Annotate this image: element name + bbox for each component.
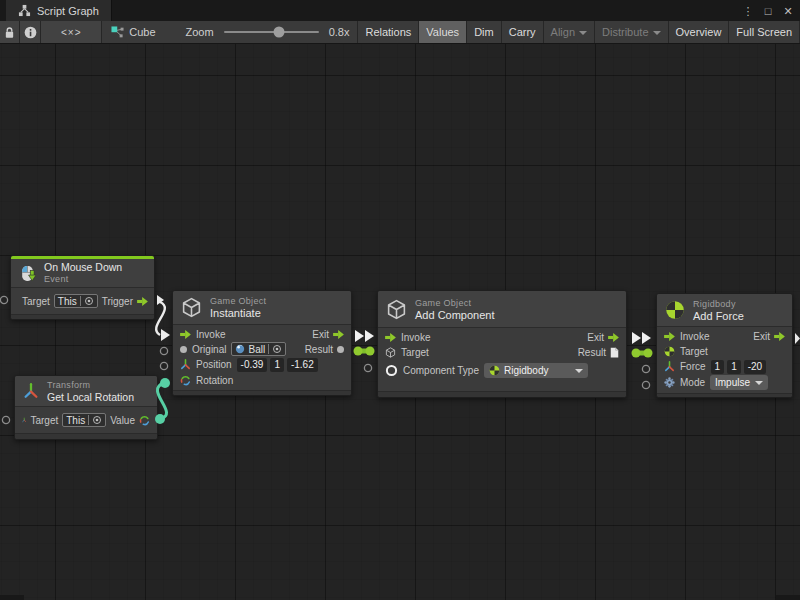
zoom-label: Zoom	[186, 26, 214, 38]
target-value-chip[interactable]: This	[54, 294, 98, 308]
target-port-label: Target	[30, 415, 58, 426]
object-picker-icon[interactable]	[272, 344, 282, 354]
control-wire-onmousedown-instantiate[interactable]	[156, 302, 165, 335]
force-z-field[interactable]: -20	[744, 360, 766, 374]
position-z-field[interactable]: -1.62	[287, 358, 318, 372]
lock-icon	[4, 26, 15, 39]
original-value: Ball	[248, 344, 265, 355]
mode-dropdown[interactable]: Impulse	[710, 375, 768, 390]
wire-endpoint	[354, 347, 363, 356]
invoke-input-port-icon[interactable]	[385, 333, 396, 342]
force-x-field[interactable]: 1	[711, 360, 725, 374]
rigidbody-target-port-icon[interactable]	[664, 346, 675, 357]
ball-icon	[235, 344, 245, 354]
node-instantiate[interactable]: Game Object Instantiate Invoke Exit Orig…	[172, 290, 352, 396]
info-button[interactable]	[20, 21, 41, 43]
object-picker-icon[interactable]	[84, 296, 94, 306]
unconnected-port[interactable]	[160, 347, 167, 354]
clipped-connector	[795, 333, 800, 344]
canvas-corner-left	[0, 595, 24, 600]
value-wire-rotation[interactable]	[157, 383, 166, 419]
force-mode-icon[interactable]	[664, 377, 675, 388]
position-x-field[interactable]: -0.39	[237, 358, 268, 372]
zoom-slider[interactable]	[224, 31, 319, 33]
close-icon[interactable]: ✕	[780, 3, 796, 19]
code-preview-button[interactable]: <×>	[41, 21, 102, 43]
invoke-port-label: Invoke	[680, 331, 709, 342]
toolbar-buttons: Relations Values Dim Carry Align Distrib…	[357, 21, 800, 43]
exit-port-label: Exit	[753, 331, 770, 342]
window-controls: ⋮ □ ✕	[740, 0, 800, 21]
fullscreen-button[interactable]: Full Screen	[728, 21, 800, 43]
trigger-output-port-icon[interactable]	[137, 297, 148, 306]
component-type-port-icon[interactable]	[385, 364, 398, 377]
unconnected-port[interactable]	[364, 364, 371, 371]
node-title: Instantiate	[210, 307, 266, 319]
chevron-down-icon	[575, 369, 583, 373]
position-y-field[interactable]: 1	[270, 358, 284, 372]
target-port-icon[interactable]	[385, 347, 396, 358]
dim-button[interactable]: Dim	[466, 21, 501, 43]
graph-canvas[interactable]: On Mouse Down Event Target This Trigger	[0, 44, 800, 600]
graph-breadcrumb[interactable]: Cube	[111, 21, 155, 43]
component-result-icon[interactable]	[610, 347, 619, 358]
object-picker-icon[interactable]	[92, 415, 102, 425]
unconnected-port[interactable]	[642, 365, 649, 372]
target-value-chip[interactable]: This	[62, 413, 106, 427]
mode-port-label: Mode	[680, 377, 705, 388]
rotation-port-icon[interactable]	[180, 375, 191, 386]
force-y-field[interactable]: 1	[727, 360, 741, 374]
unconnected-port[interactable]	[0, 296, 7, 303]
exit-output-port-icon[interactable]	[774, 332, 785, 341]
rotation-port-label: Rotation	[196, 375, 233, 386]
control-connector[interactable]	[632, 332, 641, 344]
exit-output-port-icon[interactable]	[333, 330, 344, 339]
overview-button[interactable]: Overview	[668, 21, 729, 43]
rotation-output-port-icon[interactable]	[139, 415, 150, 426]
original-port-label: Original	[192, 344, 226, 355]
target-port-label: Target	[22, 296, 50, 307]
distribute-button[interactable]: Distribute	[594, 21, 667, 43]
node-category: Transform	[47, 379, 134, 391]
result-output-port-icon[interactable]	[337, 346, 344, 353]
maximize-icon[interactable]: □	[760, 3, 776, 19]
window-menu-icon[interactable]: ⋮	[740, 3, 756, 19]
node-on-mouse-down[interactable]: On Mouse Down Event Target This Trigger	[10, 255, 155, 320]
component-type-dropdown[interactable]: Rigidbody	[484, 363, 588, 378]
rigidbody-icon	[489, 365, 500, 376]
tab-bar: Script Graph ⋮ □ ✕	[0, 0, 800, 21]
info-icon	[24, 26, 37, 39]
control-connector[interactable]	[355, 330, 364, 342]
node-add-component[interactable]: Game Object Add Component Invoke Exit Ta…	[377, 290, 627, 398]
node-add-force[interactable]: Rigidbody Add Force Invoke Exit Target	[656, 293, 793, 398]
zoom-slider-handle[interactable]	[273, 27, 284, 38]
script-graph-window: Script Graph ⋮ □ ✕ <×> Cube Zoom 0.8x Re	[0, 0, 800, 600]
target-value: This	[66, 415, 85, 426]
carry-button[interactable]: Carry	[501, 21, 543, 43]
graph-icon	[111, 26, 124, 39]
control-connector[interactable]	[365, 330, 374, 342]
values-button[interactable]: Values	[418, 21, 466, 43]
align-button[interactable]: Align	[543, 21, 594, 43]
result-port-label: Result	[305, 344, 333, 355]
script-graph-icon	[18, 4, 31, 17]
node-get-local-rotation[interactable]: Transform Get Local Rotation Target This…	[14, 375, 158, 440]
game-object-icon	[181, 297, 202, 318]
invoke-input-port-icon[interactable]	[664, 332, 675, 341]
unconnected-port[interactable]	[160, 362, 167, 369]
invoke-input-port-icon[interactable]	[180, 330, 191, 339]
exit-output-port-icon[interactable]	[608, 333, 619, 342]
relations-button[interactable]: Relations	[357, 21, 418, 43]
tab-script-graph[interactable]: Script Graph	[6, 0, 112, 21]
invoke-port-label: Invoke	[196, 329, 225, 340]
original-input-port-icon[interactable]	[180, 346, 187, 353]
zoom-control: Zoom 0.8x	[186, 21, 350, 43]
control-connector[interactable]	[642, 332, 651, 344]
position-port-icon[interactable]	[180, 359, 191, 370]
wire-arrowhead	[157, 295, 164, 305]
unconnected-port[interactable]	[2, 416, 9, 423]
lock-button[interactable]	[0, 21, 20, 43]
unconnected-port[interactable]	[642, 381, 649, 388]
force-port-icon[interactable]	[664, 361, 675, 372]
original-value-chip[interactable]: Ball	[231, 342, 286, 356]
